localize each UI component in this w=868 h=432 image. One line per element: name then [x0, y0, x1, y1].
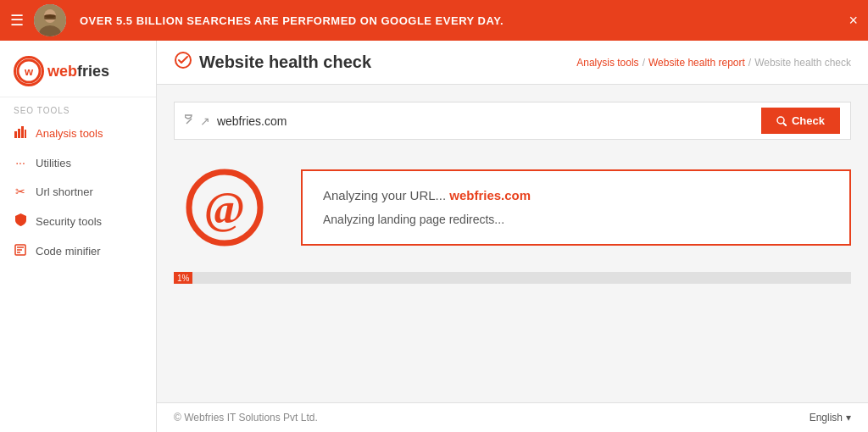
code-minifier-icon — [14, 244, 27, 258]
search-bar-icon: ↗ — [185, 114, 210, 128]
svg-rect-7 — [14, 131, 17, 138]
svg-point-16 — [777, 117, 784, 124]
svg-point-4 — [44, 14, 56, 18]
analysis-url: webfries.com — [449, 188, 531, 202]
progress-bar: 1% — [174, 272, 181, 284]
analysis-prefix: Analyzing your URL... — [323, 188, 449, 202]
seo-tools-label: SEO TOOLS — [0, 97, 156, 119]
close-icon[interactable]: × — [849, 12, 858, 30]
progress-container: 1% — [174, 272, 851, 284]
breadcrumb-sep1: / — [643, 57, 645, 69]
logo-name: webfries — [47, 63, 109, 80]
analysis-section: @ Analyzing your URL... webfries.com Ana… — [174, 157, 851, 258]
menu-icon[interactable]: ☰ — [10, 11, 24, 30]
sidebar-item-utilities-label: Utilities — [36, 157, 71, 169]
sidebar-item-analysis-tools[interactable]: Analysis tools — [0, 119, 156, 148]
dropdown-icon: ▾ — [846, 412, 851, 424]
progress-label: 1% — [174, 272, 192, 284]
page-title-group: Website health check — [174, 51, 371, 74]
avatar — [34, 4, 66, 36]
svg-text:@: @ — [204, 184, 245, 232]
breadcrumb-analysis-tools[interactable]: Analysis tools — [576, 57, 638, 69]
language-label: English — [810, 412, 843, 424]
page-header: Website health check Analysis tools / We… — [157, 41, 868, 85]
webfries-logo-big: @ — [174, 157, 275, 258]
sidebar-item-utilities[interactable]: ··· Utilities — [0, 148, 156, 177]
logo-area: w webfries — [0, 49, 156, 97]
url-shortner-icon: ✂ — [14, 185, 27, 198]
check-button[interactable]: Check — [761, 108, 840, 134]
top-banner: ☰ OVER 5.5 BILLION SEARCHES ARE PERFORME… — [0, 0, 868, 41]
svg-line-17 — [783, 123, 787, 126]
sidebar: w webfries SEO TOOLS Analysis tools ··· … — [0, 41, 157, 432]
sidebar-item-security-tools[interactable]: Security tools — [0, 206, 156, 236]
language-selector[interactable]: English ▾ — [810, 412, 851, 424]
logo-icon: w — [14, 56, 44, 86]
sidebar-item-url-shortner[interactable]: ✂ Url shortner — [0, 177, 156, 206]
breadcrumb: Analysis tools / Website health report /… — [576, 57, 851, 69]
sidebar-item-analysis-label: Analysis tools — [36, 127, 103, 140]
svg-text:w: w — [24, 65, 34, 78]
main-content: ↗ Check @ A — [157, 85, 868, 402]
utilities-icon: ··· — [14, 156, 27, 169]
breadcrumb-sep2: / — [748, 57, 751, 69]
analysis-tools-icon — [14, 126, 27, 141]
svg-rect-10 — [25, 130, 26, 138]
sidebar-item-url-label: Url shortner — [36, 186, 93, 198]
health-check-icon — [174, 51, 192, 74]
banner-text: OVER 5.5 BILLION SEARCHES ARE PERFORMED … — [80, 14, 849, 27]
analysis-box: Analyzing your URL... webfries.com Analy… — [301, 169, 851, 246]
analysis-line1: Analyzing your URL... webfries.com — [323, 188, 829, 202]
footer: © Webfries IT Solutions Pvt Ltd. English… — [157, 402, 868, 432]
content-area: Website health check Analysis tools / We… — [157, 41, 868, 432]
sidebar-item-code-minifier[interactable]: Code minifier — [0, 236, 156, 266]
analysis-line2: Analyzing landing page redirects... — [323, 213, 829, 226]
breadcrumb-current: Website health check — [754, 57, 851, 69]
sidebar-item-security-label: Security tools — [36, 215, 102, 228]
svg-rect-8 — [18, 129, 20, 138]
check-button-label: Check — [792, 114, 825, 127]
breadcrumb-health-report[interactable]: Website health report — [648, 57, 745, 69]
search-input[interactable] — [217, 114, 754, 128]
copyright-text: © Webfries IT Solutions Pvt Ltd. — [174, 412, 318, 424]
sidebar-item-code-label: Code minifier — [36, 245, 101, 258]
page-title: Website health check — [199, 53, 371, 72]
security-icon — [14, 213, 27, 229]
search-bar: ↗ Check — [174, 102, 851, 140]
svg-rect-9 — [21, 126, 24, 138]
